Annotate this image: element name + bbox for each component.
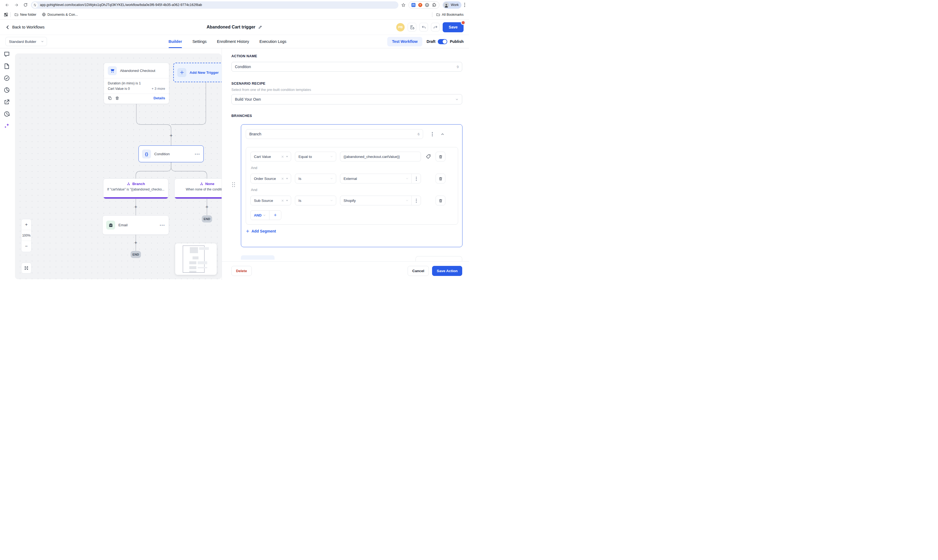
and-or-select[interactable]: AND bbox=[251, 211, 269, 220]
email-node-label: Email bbox=[119, 223, 128, 227]
extension-orange-icon[interactable]: ✕ bbox=[418, 3, 422, 7]
forward-icon[interactable] bbox=[12, 1, 20, 9]
delete-condition-icon[interactable] bbox=[436, 174, 445, 183]
pie-chart-icon[interactable] bbox=[3, 87, 10, 93]
extension-fi-icon[interactable]: FI bbox=[412, 3, 415, 7]
zoom-out-button[interactable]: − bbox=[22, 241, 31, 252]
add-step-button[interactable]: + bbox=[133, 240, 138, 245]
chat-icon[interactable] bbox=[3, 51, 10, 57]
undo-icon[interactable] bbox=[419, 23, 428, 31]
user-avatar[interactable]: PB bbox=[396, 23, 405, 31]
value-select[interactable]: External bbox=[340, 174, 421, 183]
delete-condition-icon[interactable] bbox=[436, 152, 445, 162]
history-clock-icon[interactable] bbox=[3, 111, 10, 117]
scenario-recipe-description: Select from one of the pre-built conditi… bbox=[231, 88, 462, 92]
value-select[interactable]: Shopify bbox=[340, 195, 421, 205]
browser-menu-icon[interactable] bbox=[463, 3, 466, 7]
workflow-canvas[interactable]: + + + + Abandoned Checkout Duration (in … bbox=[15, 54, 222, 279]
value-options-icon[interactable] bbox=[412, 196, 421, 205]
node-menu-icon[interactable]: ••• bbox=[195, 152, 200, 156]
save-action-button[interactable]: Save Action bbox=[432, 266, 462, 276]
site-settings-icon[interactable] bbox=[32, 2, 38, 8]
trigger-more-filters[interactable]: + 3 more bbox=[151, 86, 165, 91]
tab-settings[interactable]: Settings bbox=[192, 35, 207, 48]
action-settings-panel: ACTION NAME Condition 9 SCENARIO RECIPE … bbox=[222, 48, 469, 280]
condition-node[interactable]: {} Condition ••• bbox=[139, 145, 204, 162]
clear-icon[interactable] bbox=[281, 177, 284, 180]
apps-grid-icon[interactable] bbox=[4, 12, 8, 17]
ai-sparkles-icon[interactable] bbox=[3, 123, 10, 129]
add-step-button[interactable]: + bbox=[133, 205, 138, 209]
draft-label: Draft bbox=[427, 39, 436, 44]
bookmark-star-icon[interactable] bbox=[401, 3, 406, 7]
back-to-workflows-button[interactable]: Back to Workflows bbox=[5, 25, 45, 29]
bookmark-new-folder[interactable]: New folder bbox=[13, 12, 38, 17]
field-select[interactable]: Sub Source bbox=[250, 195, 291, 205]
none-branch-node[interactable]: None When none of the condition... bbox=[174, 178, 222, 199]
folder-icon bbox=[436, 12, 440, 17]
delete-action-button[interactable]: Delete bbox=[231, 266, 252, 276]
value-options-icon[interactable] bbox=[412, 174, 421, 183]
add-step-button[interactable]: + bbox=[169, 133, 174, 138]
action-name-input[interactable]: Condition 9 bbox=[231, 62, 462, 72]
cancel-button[interactable]: Cancel bbox=[407, 266, 429, 276]
delete-condition-icon[interactable] bbox=[436, 195, 445, 205]
email-action-node[interactable]: Email ••• bbox=[102, 215, 169, 235]
value-input[interactable]: {{abandoned_checkout.cartValue}} bbox=[340, 152, 421, 162]
scenario-recipe-select[interactable]: Build Your Own bbox=[231, 94, 462, 105]
extensions-puzzle-icon[interactable] bbox=[432, 3, 437, 7]
add-new-trigger-button[interactable]: Add New Trigger bbox=[173, 63, 222, 82]
tag-icon[interactable] bbox=[425, 154, 432, 159]
operator-select[interactable]: Equal to bbox=[295, 152, 336, 162]
edit-title-icon[interactable] bbox=[258, 25, 262, 29]
extension-gray-icon[interactable]: ⌘ bbox=[425, 3, 429, 7]
chevron-down-icon bbox=[41, 40, 44, 43]
add-step-button[interactable]: + bbox=[205, 205, 209, 209]
collapse-branch-icon[interactable] bbox=[440, 132, 444, 136]
branch-name-input[interactable]: Branch 6 bbox=[246, 129, 423, 139]
trigger-node-abandoned-checkout[interactable]: Abandoned Checkout Duration (in mins) is… bbox=[104, 63, 169, 104]
tab-enrollment-history[interactable]: Enrollment History bbox=[217, 35, 249, 48]
trash-icon[interactable] bbox=[115, 96, 119, 100]
builder-mode-select[interactable]: Standard Builder bbox=[5, 37, 47, 46]
and-connector-label: And bbox=[251, 166, 454, 170]
field-select[interactable]: Order Source bbox=[250, 174, 291, 183]
clear-icon[interactable] bbox=[281, 155, 284, 158]
trigger-details-link[interactable]: Details bbox=[153, 96, 165, 100]
check-circle-icon[interactable] bbox=[3, 75, 10, 82]
back-icon[interactable] bbox=[3, 1, 11, 9]
browser-profile-chip[interactable]: Work bbox=[443, 2, 461, 9]
branch-menu-icon[interactable] bbox=[432, 132, 433, 137]
char-count: 6 bbox=[418, 132, 420, 136]
tab-execution-logs[interactable]: Execution Logs bbox=[259, 35, 286, 48]
test-workflow-button[interactable]: Test Workflow bbox=[387, 37, 422, 46]
operator-select[interactable]: Is bbox=[295, 174, 336, 183]
copy-icon[interactable] bbox=[108, 96, 112, 100]
redo-icon[interactable] bbox=[431, 23, 440, 31]
workflow-history-icon[interactable] bbox=[407, 23, 416, 31]
fit-view-button[interactable] bbox=[21, 263, 31, 274]
add-segment-button[interactable]: Add Segment bbox=[246, 229, 458, 233]
all-bookmarks[interactable]: All Bookmarks bbox=[435, 12, 465, 17]
file-icon[interactable] bbox=[3, 63, 10, 69]
branch-node[interactable]: Branch If "cartValue" is "{{abandoned_ch… bbox=[103, 178, 168, 199]
and-connector-label: And bbox=[251, 188, 454, 192]
reload-icon[interactable] bbox=[22, 1, 29, 9]
minimap[interactable] bbox=[175, 243, 217, 275]
operator-select[interactable]: Is bbox=[295, 195, 336, 205]
drag-handle-icon[interactable] bbox=[232, 182, 235, 187]
bookmark-documents[interactable]: Documents & Con... bbox=[40, 12, 80, 17]
globe-icon bbox=[42, 12, 46, 17]
publish-toggle[interactable] bbox=[438, 39, 447, 44]
condition-row: Cart Value Equal to {{abandoned_checkout… bbox=[250, 152, 454, 162]
external-link-icon[interactable] bbox=[3, 99, 10, 105]
field-select[interactable]: Cart Value bbox=[250, 152, 291, 162]
zoom-in-button[interactable]: + bbox=[22, 219, 31, 230]
save-button[interactable]: Save bbox=[443, 22, 464, 32]
url-bar[interactable]: app.gohighlevel.com/location/1DWyks1qOhJ… bbox=[31, 2, 398, 9]
node-menu-icon[interactable]: ••• bbox=[160, 223, 165, 227]
tab-builder[interactable]: Builder bbox=[168, 35, 182, 48]
add-condition-button[interactable]: + bbox=[269, 211, 281, 220]
clear-icon[interactable] bbox=[281, 199, 284, 202]
unsaved-changes-dot bbox=[462, 21, 464, 24]
